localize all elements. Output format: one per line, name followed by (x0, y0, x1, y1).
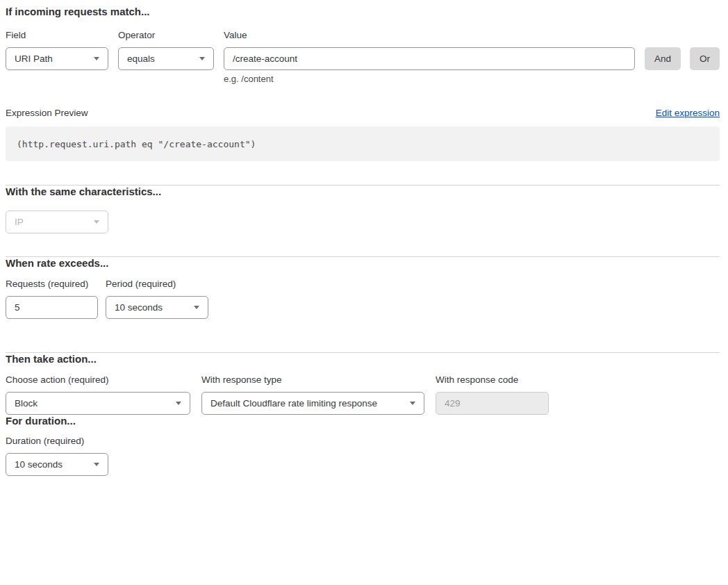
expression-code-block: (http.request.uri.path eq "/create-accou… (6, 126, 720, 161)
chevron-down-icon (94, 220, 99, 224)
characteristic-select-value: IP (15, 217, 24, 227)
chevron-down-icon (176, 402, 181, 405)
expression-preview-label: Expression Preview (6, 108, 88, 118)
choose-action-group: Choose action (required) Block (6, 375, 190, 415)
value-label: Value (224, 31, 635, 40)
requests-input[interactable] (6, 296, 98, 319)
response-type-label: With response type (201, 375, 424, 385)
section-title-action: Then take action... (6, 353, 720, 365)
field-select[interactable]: URI Path (6, 47, 108, 70)
section-title-incoming-requests: If incoming requests match... (6, 6, 720, 18)
value-group: Value e.g. /content (224, 31, 635, 84)
rate-row: Requests (required) Period (required) 10… (6, 279, 720, 319)
action-row: Choose action (required) Block With resp… (6, 375, 720, 415)
chevron-down-icon (410, 402, 415, 405)
period-select[interactable]: 10 seconds (106, 296, 208, 319)
section-title-duration: For duration... (6, 415, 720, 427)
choose-action-select[interactable]: Block (6, 392, 190, 415)
requests-label: Requests (required) (6, 279, 98, 289)
match-fields-row: Field URI Path Operator equals Value e.g… (6, 31, 720, 84)
field-label: Field (6, 31, 108, 40)
field-select-value: URI Path (15, 53, 53, 64)
value-helper-text: e.g. /content (224, 74, 635, 84)
section-title-rate: When rate exceeds... (6, 257, 720, 270)
period-group: Period (required) 10 seconds (106, 279, 208, 319)
period-label: Period (required) (106, 279, 208, 289)
expression-code-text: (http.request.uri.path eq "/create-accou… (17, 139, 256, 149)
operator-select[interactable]: equals (118, 47, 214, 70)
expression-preview-header: Expression Preview Edit expression (6, 108, 720, 118)
operator-select-value: equals (127, 53, 155, 64)
field-group: Field URI Path (6, 31, 108, 70)
chevron-down-icon (94, 463, 99, 466)
rate-limiting-rule-form: If incoming requests match... Field URI … (0, 0, 728, 481)
chevron-down-icon (94, 57, 99, 60)
and-button[interactable]: And (645, 47, 681, 70)
duration-label: Duration (required) (6, 436, 108, 446)
response-type-select-value: Default Cloudflare rate limiting respons… (210, 398, 377, 409)
edit-expression-link[interactable]: Edit expression (656, 108, 720, 118)
section-title-characteristics: With the same characteristics... (6, 186, 720, 198)
response-type-group: With response type Default Cloudflare ra… (201, 375, 424, 415)
operator-group: Operator equals (118, 31, 214, 70)
or-button[interactable]: Or (690, 47, 720, 70)
response-code-input (436, 392, 549, 415)
requests-group: Requests (required) (6, 279, 98, 319)
choose-action-label: Choose action (required) (6, 375, 190, 385)
characteristic-select: IP (6, 211, 108, 233)
duration-select[interactable]: 10 seconds (6, 453, 108, 476)
response-code-label: With response code (436, 375, 549, 385)
value-input[interactable] (224, 47, 635, 70)
chevron-down-icon (194, 306, 199, 309)
duration-group: Duration (required) 10 seconds (6, 436, 108, 476)
response-type-select[interactable]: Default Cloudflare rate limiting respons… (201, 392, 424, 415)
duration-select-value: 10 seconds (15, 459, 63, 470)
period-select-value: 10 seconds (115, 302, 163, 313)
operator-label: Operator (118, 31, 214, 40)
chevron-down-icon (199, 57, 205, 60)
response-code-group: With response code (436, 375, 549, 415)
choose-action-select-value: Block (15, 398, 38, 409)
